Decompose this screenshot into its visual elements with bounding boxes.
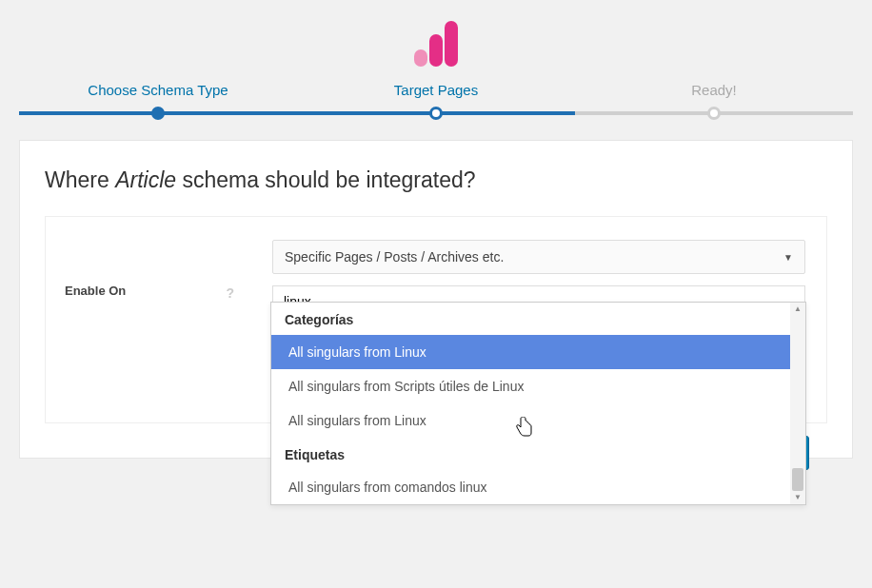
dropdown-option[interactable]: All singulars from Linux	[271, 335, 805, 369]
page-title: Where Article schema should be integrate…	[45, 167, 827, 193]
dropdown-option[interactable]: All singulars from Scripts útiles de Lin…	[271, 369, 805, 403]
dropdown-group-header: Etiquetas	[271, 438, 805, 470]
autocomplete-dropdown: CategoríasAll singulars from LinuxAll si…	[270, 302, 806, 505]
select-value: Specific Pages / Posts / Archives etc.	[285, 249, 504, 265]
scroll-up-icon[interactable]: ▲	[790, 303, 805, 316]
scroll-thumb[interactable]	[792, 468, 803, 491]
step-1-node[interactable]	[151, 107, 165, 120]
progress-line	[19, 111, 853, 115]
help-icon[interactable]: ?	[226, 285, 234, 301]
chevron-down-icon: ▼	[783, 252, 793, 263]
dropdown-option[interactable]: All singulars from comandos linux	[271, 470, 805, 504]
dropdown-option[interactable]: All singulars from Linux	[271, 403, 805, 438]
step-2-label[interactable]: Target Pages	[297, 82, 575, 98]
step-3-node	[707, 107, 721, 120]
step-2-node[interactable]	[429, 107, 443, 120]
scroll-down-icon[interactable]: ▼	[790, 491, 805, 504]
step-3-label: Ready!	[575, 82, 853, 98]
target-select[interactable]: Specific Pages / Posts / Archives etc. ▼	[272, 240, 805, 274]
step-1-label[interactable]: Choose Schema Type	[19, 82, 297, 98]
stepper: Choose Schema Type Target Pages Ready!	[0, 82, 872, 106]
form-label-cell: Enable On ?	[46, 217, 251, 422]
logo	[0, 0, 872, 82]
enable-on-label: Enable On	[65, 284, 126, 298]
scrollbar[interactable]: ▲ ▼	[790, 303, 805, 504]
main-card: Where Article schema should be integrate…	[19, 140, 853, 459]
dropdown-group-header: Categorías	[271, 303, 805, 335]
